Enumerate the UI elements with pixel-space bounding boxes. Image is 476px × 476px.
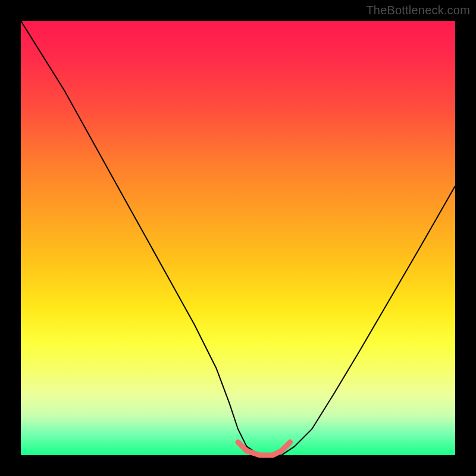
bottleneck-curve	[21, 21, 455, 455]
watermark-text: TheBottleneck.com	[366, 4, 470, 17]
outer-frame: TheBottleneck.com	[0, 0, 476, 476]
chart-svg	[21, 21, 455, 455]
